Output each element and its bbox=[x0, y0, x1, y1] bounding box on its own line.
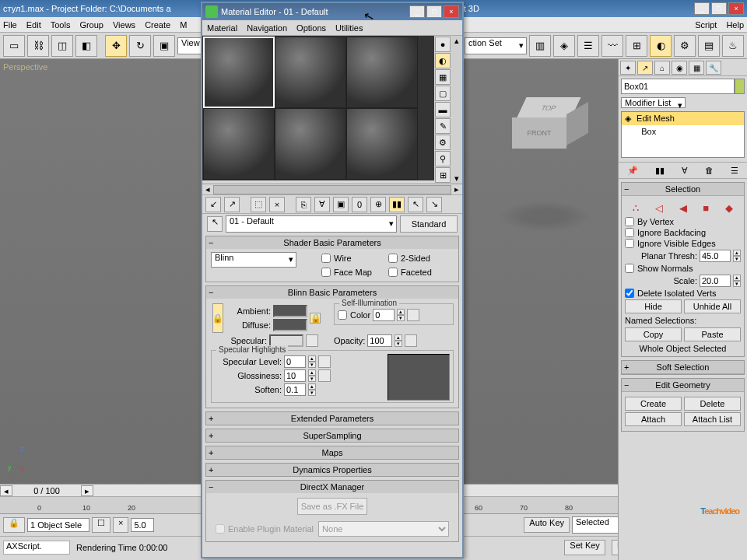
viewcube[interactable]: TOP FRONT bbox=[498, 89, 607, 183]
config-mod-button[interactable]: ☰ bbox=[731, 166, 738, 176]
ambient-diffuse-lock[interactable]: 🔒 bbox=[212, 303, 223, 333]
time-prev-button[interactable]: ◂ bbox=[0, 485, 12, 496]
go-forward-button[interactable]: ↘ bbox=[426, 197, 442, 212]
supersampling-head[interactable]: +SuperSampling bbox=[206, 429, 458, 442]
show-end-result-button[interactable]: ▮▮ bbox=[389, 197, 405, 212]
planar-dn[interactable]: ▾ bbox=[733, 256, 741, 262]
face-map-checkbox[interactable]: Face Map bbox=[321, 268, 387, 277]
scale-up[interactable]: ▴ bbox=[733, 275, 741, 281]
show-result-button[interactable]: ▮▮ bbox=[655, 166, 665, 176]
select-tool[interactable]: ▭ bbox=[3, 35, 25, 57]
assign-to-sel-button[interactable]: ⬚ bbox=[251, 197, 266, 212]
maps-head[interactable]: +Maps bbox=[206, 446, 458, 459]
mat-menu-options[interactable]: Options bbox=[296, 23, 326, 33]
spec-level-map-button[interactable] bbox=[318, 355, 331, 368]
show-map-button[interactable]: ⊕ bbox=[370, 197, 386, 212]
material-name-dropdown[interactable]: 01 - Default bbox=[226, 215, 397, 233]
stack-edit-mesh[interactable]: ◈ Edit Mesh bbox=[622, 112, 744, 125]
modifier-stack[interactable]: ◈ Edit Mesh Box bbox=[621, 111, 745, 158]
unhide-all-button[interactable]: Unhide All bbox=[684, 299, 741, 313]
diffuse-swatch[interactable] bbox=[273, 319, 307, 331]
object-name-input[interactable] bbox=[621, 79, 735, 94]
sample-slot-6[interactable] bbox=[346, 108, 418, 180]
time-next-button[interactable]: ▸ bbox=[81, 485, 93, 496]
lock-selection-button[interactable]: 🔒 bbox=[3, 517, 25, 533]
face-mode-icon[interactable]: ◀ bbox=[679, 202, 687, 214]
plugin-dropdown[interactable]: None bbox=[318, 521, 449, 537]
material-type-button[interactable]: Standard bbox=[400, 215, 458, 233]
curve-editor-tool[interactable]: 〰 bbox=[601, 35, 623, 57]
mat-menu-material[interactable]: Material bbox=[207, 23, 237, 33]
gloss-map-button[interactable] bbox=[318, 369, 331, 382]
script-field[interactable]: AXScript. bbox=[3, 541, 70, 555]
mat-map-nav-button[interactable]: ⊞ bbox=[435, 167, 451, 183]
make-unique-button[interactable]: ∀ bbox=[682, 166, 688, 176]
sample-slot-2[interactable] bbox=[275, 37, 346, 108]
shader-basic-head[interactable]: −Shader Basic Parameters bbox=[206, 236, 458, 249]
remove-mod-button[interactable]: 🗑 bbox=[705, 166, 714, 175]
sample-uv-button[interactable]: ▢ bbox=[435, 86, 451, 101]
create-button[interactable]: Create bbox=[625, 397, 682, 411]
menu-edit[interactable]: Edit bbox=[26, 20, 41, 30]
make-copy-button[interactable]: ⎘ bbox=[296, 197, 311, 212]
two-sided-checkbox[interactable]: 2-Sided bbox=[388, 254, 454, 263]
select-by-mat-button[interactable]: ⚲ bbox=[435, 151, 451, 166]
material-editor-tool[interactable]: ◐ bbox=[650, 35, 672, 57]
edge-mode-icon[interactable]: ◁ bbox=[655, 202, 663, 214]
paste-sel-button[interactable]: Paste bbox=[684, 327, 741, 341]
video-color-button[interactable]: ▬ bbox=[435, 102, 451, 117]
align-tool[interactable]: ◈ bbox=[553, 35, 575, 57]
color-checkbox[interactable]: Color bbox=[338, 310, 370, 320]
backlight-button[interactable]: ◐ bbox=[435, 53, 451, 68]
get-material-button[interactable]: ↙ bbox=[205, 197, 221, 212]
modifier-list-dropdown[interactable]: Modifier List bbox=[621, 97, 686, 108]
wire-checkbox[interactable]: Wire bbox=[321, 254, 387, 263]
pin-stack-button[interactable]: 📌 bbox=[627, 166, 638, 176]
schematic-tool[interactable]: ⊞ bbox=[626, 35, 647, 57]
sample-type-button[interactable]: ● bbox=[435, 37, 451, 52]
reset-map-button[interactable]: × bbox=[269, 197, 285, 212]
copy-sel-button[interactable]: Copy bbox=[625, 327, 682, 341]
spec-level-input[interactable] bbox=[284, 355, 306, 368]
directx-head[interactable]: −DirectX Manager bbox=[206, 481, 458, 493]
checker-bg-button[interactable]: ▦ bbox=[435, 69, 451, 85]
scale-dn[interactable]: ▾ bbox=[733, 281, 741, 287]
delete-button[interactable]: Delete bbox=[684, 397, 741, 411]
spinner-field[interactable] bbox=[131, 518, 154, 532]
mat-menu-utilities[interactable]: Utilities bbox=[335, 23, 363, 33]
attach-button[interactable]: Attach bbox=[625, 412, 682, 426]
stack-box[interactable]: Box bbox=[622, 125, 744, 138]
menu-views[interactable]: Views bbox=[113, 20, 135, 30]
diffuse-lock[interactable]: 🔒 bbox=[310, 313, 321, 324]
menu-script[interactable]: Script bbox=[695, 20, 717, 30]
selfillum-map-button[interactable] bbox=[407, 309, 419, 321]
gloss-input[interactable] bbox=[284, 369, 306, 382]
dynamics-head[interactable]: +Dynamics Properties bbox=[206, 464, 458, 476]
by-vertex-checkbox[interactable]: By Vertex bbox=[625, 217, 741, 226]
mat-minimize-button[interactable]: _ bbox=[409, 5, 425, 18]
make-unique-mat-button[interactable]: ∀ bbox=[314, 197, 330, 212]
setkey-button[interactable]: Set Key bbox=[564, 540, 605, 555]
create-tab[interactable]: ✦ bbox=[620, 61, 636, 75]
objects-selected-field[interactable] bbox=[27, 518, 89, 532]
options-button[interactable]: ⚙ bbox=[435, 135, 451, 150]
motion-tab[interactable]: ◉ bbox=[672, 61, 687, 75]
menu-truncated[interactable]: M bbox=[180, 20, 187, 30]
planar-up[interactable]: ▴ bbox=[733, 250, 741, 256]
mat-id-button[interactable]: 0 bbox=[352, 197, 367, 212]
color-input[interactable] bbox=[373, 309, 395, 321]
sample-slot-5[interactable] bbox=[275, 108, 346, 180]
select-window-tool[interactable]: ◧ bbox=[75, 35, 97, 57]
mat-close-button[interactable]: × bbox=[444, 5, 459, 18]
rotate-tool[interactable]: ↻ bbox=[129, 35, 151, 57]
make-preview-button[interactable]: ✎ bbox=[435, 118, 451, 134]
layers-tool[interactable]: ☰ bbox=[577, 35, 599, 57]
specular-map-button[interactable] bbox=[306, 334, 318, 347]
menu-help[interactable]: Help bbox=[726, 20, 744, 30]
minimize-button[interactable]: _ bbox=[694, 2, 710, 15]
sample-slot-1[interactable] bbox=[203, 37, 275, 108]
select-link-tool[interactable]: ⛓ bbox=[27, 35, 49, 57]
ignore-backfacing-checkbox[interactable]: Ignore Backfacing bbox=[625, 228, 741, 237]
faceted-checkbox[interactable]: Faceted bbox=[388, 268, 454, 277]
x-button[interactable]: × bbox=[113, 517, 128, 533]
